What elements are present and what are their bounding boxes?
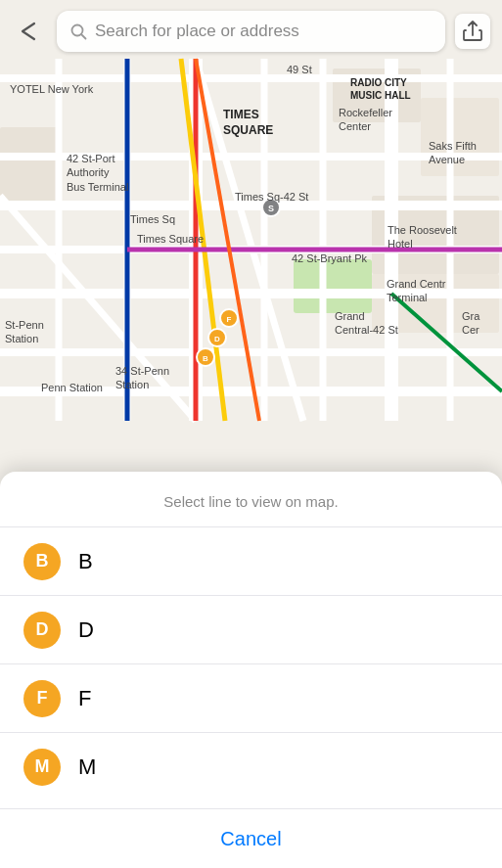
svg-rect-1: [294, 259, 372, 313]
line-label-B: B: [78, 549, 93, 574]
top-bar: Search for place or address: [0, 0, 502, 63]
line-label-M: M: [78, 754, 96, 780]
sheet-header: Select line to view on map.: [0, 472, 502, 526]
cancel-section: Cancel: [0, 808, 502, 868]
svg-text:B: B: [203, 354, 208, 363]
cancel-button[interactable]: Cancel: [0, 809, 502, 868]
search-icon: [70, 23, 87, 40]
line-badge-D: D: [23, 612, 61, 649]
svg-rect-4: [0, 127, 59, 206]
svg-text:S: S: [268, 204, 274, 213]
line-label-D: D: [78, 617, 94, 643]
svg-rect-3: [421, 98, 499, 176]
share-icon: [463, 21, 482, 42]
sheet-title: Select line to view on map.: [163, 493, 338, 510]
back-button[interactable]: [12, 14, 47, 49]
share-button[interactable]: [455, 14, 490, 49]
search-bar[interactable]: Search for place or address: [57, 11, 445, 52]
line-item-F[interactable]: F F: [0, 663, 502, 732]
cancel-label: Cancel: [220, 828, 281, 850]
line-badge-B: B: [23, 543, 61, 580]
line-item-D[interactable]: D D: [0, 595, 502, 663]
back-icon: [17, 19, 42, 44]
line-item-B[interactable]: B B: [0, 526, 502, 595]
svg-line-38: [81, 34, 86, 39]
svg-text:D: D: [214, 335, 220, 343]
line-item-M[interactable]: M M: [0, 732, 502, 800]
bottom-sheet: Select line to view on map. B B D D F F …: [0, 472, 502, 868]
svg-text:F: F: [227, 315, 232, 324]
line-list: B B D D F F M M: [0, 526, 502, 800]
line-label-F: F: [78, 686, 91, 711]
line-badge-M: M: [23, 749, 61, 786]
line-badge-F: F: [23, 680, 61, 717]
search-placeholder: Search for place or address: [95, 22, 299, 41]
